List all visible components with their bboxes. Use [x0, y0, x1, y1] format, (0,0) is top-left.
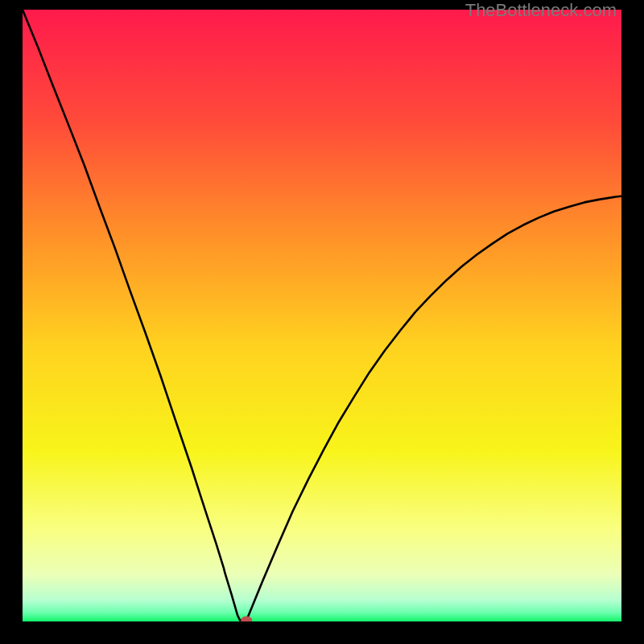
bottleneck-chart	[23, 10, 621, 621]
gradient-background	[23, 10, 621, 621]
watermark-label: TheBottleneck.com	[465, 0, 617, 21]
